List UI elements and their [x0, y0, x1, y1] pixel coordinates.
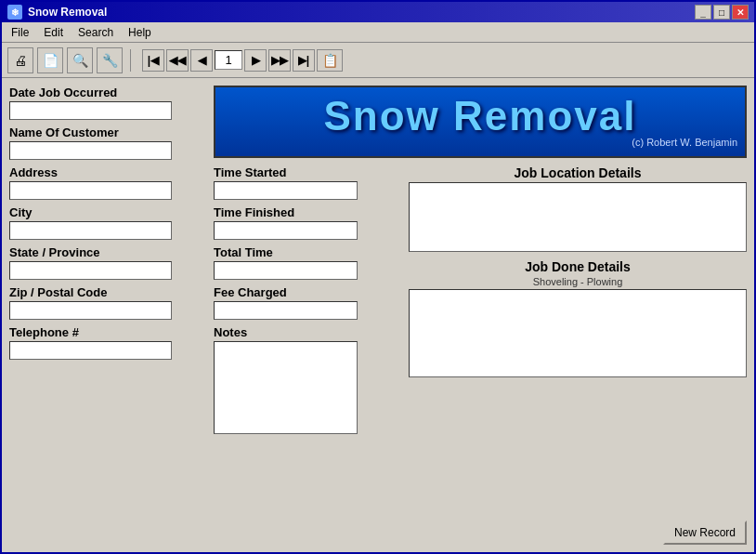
- menu-search[interactable]: Search: [72, 24, 119, 41]
- title-bar-left: ❄ Snow Removal: [7, 5, 107, 20]
- nav-next-button[interactable]: ▶: [244, 49, 267, 72]
- maximize-button[interactable]: □: [713, 5, 730, 20]
- date-job-group: Date Job Occurred: [9, 86, 204, 120]
- menu-edit[interactable]: Edit: [38, 24, 69, 41]
- zip-group: Zip / Postal Code: [9, 285, 204, 320]
- title-bar-controls: _ □ ✕: [695, 5, 749, 20]
- customer-name-label: Name Of Customer: [9, 125, 204, 139]
- city-group: City: [9, 205, 204, 240]
- title-bar: ❄ Snow Removal _ □ ✕: [2, 2, 754, 22]
- nav-first-button[interactable]: |◀: [142, 49, 164, 72]
- right-col: Job Location Details Job Done Details Sh…: [409, 165, 747, 545]
- date-job-label: Date Job Occurred: [9, 86, 204, 99]
- date-job-input[interactable]: [9, 101, 172, 120]
- city-input[interactable]: [9, 221, 172, 240]
- job-done-label: Job Done Details: [409, 259, 747, 274]
- separator-1: [130, 49, 131, 72]
- customer-name-group: Name Of Customer: [9, 125, 204, 160]
- notes-label: Notes: [214, 325, 399, 339]
- time-finished-label: Time Finished: [214, 205, 399, 219]
- window-title: Snow Removal: [28, 6, 107, 19]
- zip-label: Zip / Postal Code: [9, 285, 204, 299]
- close-button[interactable]: ✕: [732, 5, 749, 20]
- menu-bar: File Edit Search Help: [2, 22, 754, 43]
- time-started-group: Time Started: [214, 165, 399, 200]
- state-group: State / Province: [9, 245, 204, 280]
- page-number: 1: [215, 50, 242, 70]
- new-button[interactable]: 📄: [37, 47, 63, 73]
- job-location-textarea[interactable]: [409, 182, 747, 252]
- notes-area: Notes: [214, 325, 399, 545]
- nav-controls: |◀ ◀◀ ◀ 1 ▶ ▶▶ ▶| 📋: [142, 49, 343, 72]
- app-icon: ❄: [7, 5, 22, 20]
- menu-file[interactable]: File: [6, 24, 34, 41]
- right-panel: Snow Removal (c) Robert W. Benjamin Time…: [214, 86, 747, 545]
- address-label: Address: [9, 165, 204, 179]
- search-button[interactable]: 🔍: [67, 47, 93, 73]
- job-done-group: Job Done Details Shoveling - Plowing: [409, 259, 747, 377]
- tools-button[interactable]: 🔧: [97, 47, 123, 73]
- middle-col: Time Started Time Finished Total Time Fe…: [214, 165, 399, 545]
- address-input[interactable]: [9, 181, 172, 200]
- fee-charged-group: Fee Charged: [214, 285, 399, 320]
- phone-input[interactable]: [9, 341, 172, 360]
- nav-report-button[interactable]: 📋: [317, 49, 343, 72]
- main-window: ❄ Snow Removal _ □ ✕ File Edit Search He…: [0, 0, 756, 554]
- phone-label: Telephone #: [9, 325, 204, 339]
- total-time-label: Total Time: [214, 245, 399, 259]
- new-record-button[interactable]: New Record: [663, 521, 747, 545]
- logo-subtitle: (c) Robert W. Benjamin: [632, 137, 737, 148]
- city-label: City: [9, 205, 204, 219]
- total-time-input[interactable]: [214, 261, 358, 280]
- print-button[interactable]: 🖨: [7, 47, 33, 73]
- time-started-label: Time Started: [214, 165, 399, 179]
- logo-area: Snow Removal (c) Robert W. Benjamin: [214, 86, 747, 158]
- main-content: Date Job Occurred Name Of Customer Addre…: [2, 78, 754, 552]
- nav-prev-button[interactable]: ◀: [190, 49, 213, 72]
- customer-name-input[interactable]: [9, 141, 172, 160]
- menu-help[interactable]: Help: [123, 24, 157, 41]
- job-done-subtitle: Shoveling - Plowing: [409, 276, 747, 287]
- notes-textarea[interactable]: [214, 341, 358, 434]
- state-label: State / Province: [9, 245, 204, 259]
- logo-title: Snow Removal: [324, 96, 637, 137]
- phone-group: Telephone #: [9, 325, 204, 360]
- fee-charged-label: Fee Charged: [214, 285, 399, 299]
- job-done-textarea[interactable]: [409, 289, 747, 377]
- zip-input[interactable]: [9, 301, 172, 320]
- toolbar: 🖨 📄 🔍 🔧 |◀ ◀◀ ◀ 1 ▶ ▶▶ ▶| 📋: [2, 43, 754, 78]
- left-panel: Date Job Occurred Name Of Customer Addre…: [9, 86, 204, 545]
- nav-last-button[interactable]: ▶|: [293, 49, 315, 72]
- time-started-input[interactable]: [214, 181, 358, 200]
- fee-charged-input[interactable]: [214, 301, 358, 320]
- time-finished-input[interactable]: [214, 221, 358, 240]
- total-time-group: Total Time: [214, 245, 399, 280]
- address-group: Address: [9, 165, 204, 200]
- job-location-label: Job Location Details: [409, 165, 747, 180]
- time-finished-group: Time Finished: [214, 205, 399, 240]
- job-location-group: Job Location Details: [409, 165, 747, 252]
- nav-next-next-button[interactable]: ▶▶: [268, 49, 291, 72]
- form-columns: Time Started Time Finished Total Time Fe…: [214, 165, 747, 545]
- minimize-button[interactable]: _: [695, 5, 711, 20]
- state-input[interactable]: [9, 261, 172, 280]
- nav-prev-prev-button[interactable]: ◀◀: [166, 49, 189, 72]
